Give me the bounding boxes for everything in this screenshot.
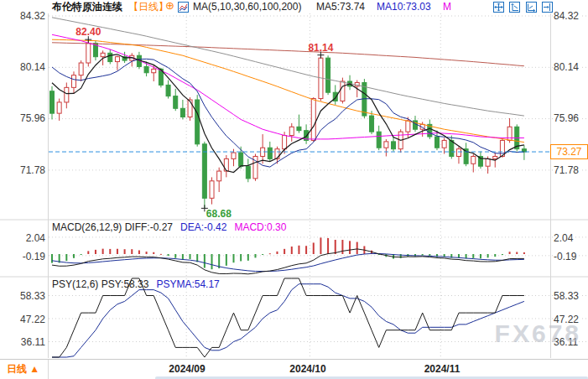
psy-psyma-value: PSYMA:54.17 [156,278,219,290]
x-zoom-icon[interactable] [526,2,537,15]
price-annotation: 82.40 [75,26,101,38]
macd-axis-label: -0.19 [0,251,46,262]
ma-legend: MA(5,10,30,60,100,200) [193,1,301,13]
crosshair-icon[interactable] [493,2,504,15]
triangle-up-icon: ▲ [29,363,39,375]
y-axis-label: 71.78 [0,164,46,176]
macd-macd-value: MACD:0.30 [234,221,286,233]
date-tick-label: 2024/09 [164,363,211,375]
macd-axis-label: 2.04 [553,232,574,244]
chart-app: 82.4081.1468.68 布伦特原油连续 【日线】 ⊕ MA(5,10,3… [0,0,588,379]
psy-axis-label: 58.33 [553,290,580,302]
y-zoom-icon[interactable] [509,2,520,15]
y-axis-label: 75.96 [553,112,580,124]
period-tag[interactable]: 【日线】 [128,1,169,13]
date-tick-label: 2024/11 [419,363,466,375]
psy-axis-label: 36.11 [0,336,46,348]
ma10-value: MA10:73.03 [377,1,431,13]
add-icon[interactable]: ⊕ [165,0,174,12]
y-axis-label: 84.32 [0,10,46,22]
date-tick-label: 2024/10 [284,363,331,375]
watermark: FX678 [495,328,581,340]
chart-toolbar [493,2,555,15]
ma30-value-truncated: M [443,1,451,13]
y-axis-label: 75.96 [0,112,46,124]
psy-label: PSY(12,6) PSY:58.33 [52,278,148,290]
instrument-title: 布伦特原油连续 [52,1,122,13]
period-selector-label: 日线 [7,363,27,375]
macd-axis-label: -0.19 [553,251,577,262]
price-annotation: 68.68 [206,208,232,220]
macd-label: MACD(26,12,9) DIFF:-0.27 [52,221,173,233]
macd-axis-label: 2.04 [0,232,46,244]
price-annotation: 81.14 [308,42,333,54]
macd-header: MACD(26,12,9) DIFF:-0.27 DEA:-0.42 MACD:… [52,221,286,233]
ma5-value: MA5:73.74 [316,1,365,13]
current-price-label: 73.27 [550,144,588,159]
macd-dea-value: DEA:-0.42 [180,221,226,233]
psy-axis-label: 47.22 [0,314,46,325]
y-axis-label: 84.32 [553,10,580,22]
y-axis-label: 80.14 [553,61,580,73]
psy-header: PSY(12,6) PSY:58.33 PSYMA:54.17 [52,278,220,290]
y-axis-label: 71.78 [553,164,580,176]
chart-style-icon[interactable] [178,2,189,15]
y-axis-label: 80.14 [0,61,46,73]
pan-right-icon[interactable] [542,2,553,15]
period-selector[interactable]: 日线 ▲ [0,360,49,379]
psy-axis-label: 58.33 [0,290,46,302]
time-axis-bar: 日线 ▲ 2024/09 2024/10 2024/11 [0,359,588,379]
